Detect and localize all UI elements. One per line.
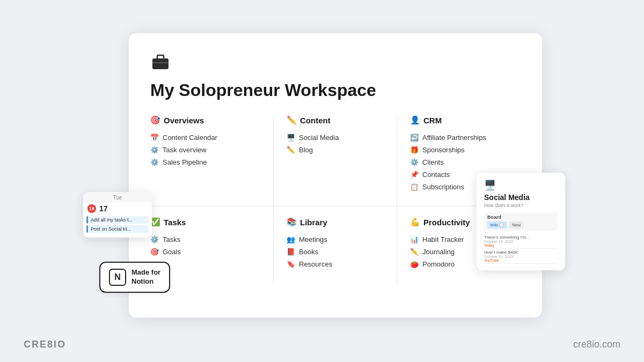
section-content: ✏️ Content 🖥️ Social Media ✏️ Blog — [274, 115, 397, 206]
social-icon: 🖥️ — [287, 134, 295, 142]
tasks-list: ⚙️ Tasks 🎯 Goals — [150, 233, 260, 258]
calendar-event[interactable]: Add all my tasks t... — [86, 216, 149, 224]
clients-icon: ⚙️ — [410, 158, 419, 166]
list-item[interactable]: ⚙️ Sales Pipeline — [150, 156, 260, 168]
calendar-card: Tue 16 17 Add all my tasks t... Post on … — [83, 192, 152, 238]
tasks-icon: ⚙️ — [150, 235, 159, 243]
list-item[interactable]: ↩️ Affiliate Partnerships — [410, 131, 508, 144]
section-overviews: 🎯 Overviews 📅 Content Calendar ⚙️ Task o… — [150, 115, 274, 206]
library-list: 👥 Meetings 📕 Books 🔖 Resources — [287, 233, 384, 270]
resources-icon: 🔖 — [287, 260, 295, 268]
svg-rect-2 — [152, 62, 169, 63]
social-card-board: Board Wiki 🕓 New — [484, 212, 558, 231]
social-media-card: 🖥️ Social Media How does it work? Board … — [477, 173, 565, 270]
board-columns: Wiki 🕓 New — [487, 221, 554, 228]
board-label: Board — [487, 215, 554, 220]
notion-logo: N — [109, 269, 126, 286]
board-col-new: New — [509, 221, 523, 228]
section-heading-content: ✏️ Content — [287, 115, 384, 125]
section-heading-tasks: ✅ Tasks — [150, 217, 260, 227]
workspace-icon — [150, 53, 521, 75]
calendar-events: Add all my tasks t... Post on Social M..… — [83, 215, 152, 238]
subscriptions-icon: 📋 — [410, 183, 419, 191]
calendar-icon: 📅 — [150, 134, 159, 142]
svg-rect-1 — [157, 55, 164, 60]
social-card-title: Social Media — [484, 193, 558, 202]
notion-badge-text: Made for Notion — [131, 268, 160, 286]
list-item[interactable]: ⚙️ Clients — [410, 156, 508, 168]
social-card-subtitle: How does it work? — [484, 203, 558, 208]
contacts-icon: 📌 — [410, 171, 419, 179]
list-item[interactable]: 🎯 Goals — [150, 246, 260, 258]
list-item[interactable]: 📕 Books — [287, 246, 384, 258]
journaling-icon: ✏️ — [410, 248, 419, 256]
social-card-items: There's something I'm... October 19, 202… — [484, 234, 558, 264]
brand-left: CRE8IO — [24, 339, 66, 350]
list-item[interactable]: 🔖 Resources — [287, 258, 384, 270]
social-card-item: How I make $40K October 20, 2023 YouTube — [484, 249, 558, 264]
calendar-date-row: 16 17 — [83, 202, 152, 215]
calendar-day-number: 17 — [99, 204, 108, 213]
overviews-list: 📅 Content Calendar ⚙️ Task overview ⚙️ S… — [150, 131, 260, 168]
social-card-icon: 🖥️ — [484, 179, 558, 191]
list-item[interactable]: 📅 Content Calendar — [150, 131, 260, 144]
affiliate-icon: ↩️ — [410, 134, 419, 142]
list-item[interactable]: ⚙️ Task overview — [150, 144, 260, 156]
list-item[interactable]: 👥 Meetings — [287, 233, 384, 246]
list-item[interactable]: 🎁 Sponsorships — [410, 144, 508, 156]
list-item[interactable]: 🖥️ Social Media — [287, 131, 384, 144]
pipeline-icon: ⚙️ — [150, 158, 159, 166]
notion-badge: N Made for Notion — [99, 262, 170, 293]
brand-right: cre8io.com — [573, 339, 620, 350]
section-heading-overviews: 🎯 Overviews — [150, 115, 260, 125]
section-library: 📚 Library 👥 Meetings 📕 Books 🔖 Resources — [274, 206, 397, 283]
meetings-icon: 👥 — [287, 235, 295, 243]
social-card-item: There's something I'm... October 19, 202… — [484, 234, 558, 249]
calendar-day-label: Tue — [83, 192, 152, 202]
books-icon: 📕 — [287, 248, 295, 256]
section-heading-crm: 👤 CRM — [410, 115, 508, 125]
calendar-event[interactable]: Post on Social M... — [86, 225, 149, 233]
section-heading-library: 📚 Library — [287, 217, 384, 227]
goals-icon: 🎯 — [150, 248, 159, 256]
list-item[interactable]: ⚙️ Tasks — [150, 233, 260, 246]
workspace-title: My Solopreneur Workspace — [150, 80, 521, 100]
board-col-wiki: Wiki 🕓 — [487, 221, 507, 228]
sections-grid: 🎯 Overviews 📅 Content Calendar ⚙️ Task o… — [150, 115, 521, 283]
task-icon: ⚙️ — [150, 146, 159, 154]
sponsorship-icon: 🎁 — [410, 146, 419, 154]
calendar-badge: 16 — [87, 204, 96, 213]
blog-icon: ✏️ — [287, 146, 295, 154]
content-list: 🖥️ Social Media ✏️ Blog — [287, 131, 384, 156]
list-item[interactable]: ✏️ Blog — [287, 144, 384, 156]
habit-icon: 📊 — [410, 235, 419, 243]
pomodoro-icon: 🍅 — [410, 260, 419, 268]
